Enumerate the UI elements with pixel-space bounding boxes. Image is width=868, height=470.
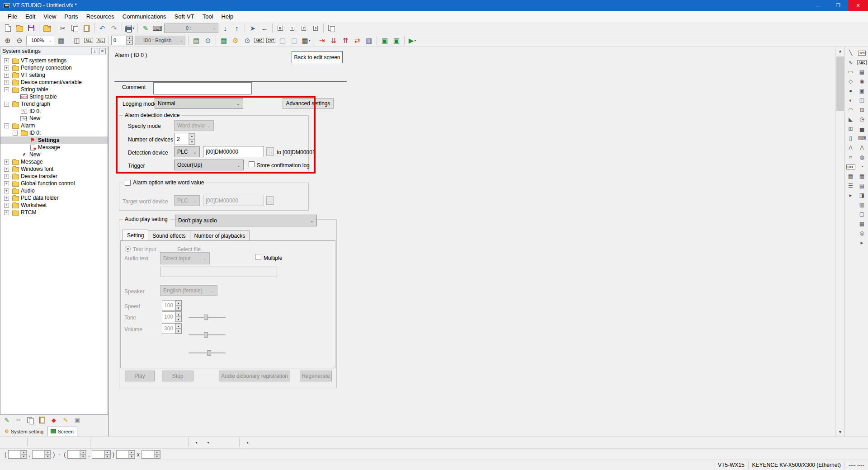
device-table-icon[interactable]: ▦▾ (301, 35, 311, 45)
ethernet-connect-icon[interactable]: ▣ (391, 35, 402, 45)
expand-icon[interactable]: + (4, 167, 9, 172)
clock-icon[interactable]: ◷ (857, 115, 867, 124)
pan-view-icon[interactable] (2, 437, 13, 447)
bring-to-front-icon[interactable]: ▾ (191, 437, 202, 447)
screen-number-combo[interactable]: 0 :⌄ (164, 24, 218, 33)
expand-icon[interactable]: − (4, 102, 9, 107)
tree-item-string-table[interactable]: STRString table (0, 93, 108, 100)
preview-search-icon[interactable]: ⊙ (242, 35, 253, 45)
snap-grid-icon[interactable]: ▾ (242, 437, 253, 447)
comment-input[interactable] (153, 82, 252, 94)
tree-item-windows-font[interactable]: +Windows font (0, 165, 108, 173)
minimize-button[interactable]: — (808, 0, 828, 11)
coordinate-spinner[interactable]: ▲▼ (32, 450, 51, 459)
coordinate-spinner[interactable]: ▲▼ (142, 450, 160, 459)
expand-icon[interactable]: + (4, 196, 9, 201)
maximize-button[interactable]: ❐ (828, 0, 848, 11)
image-library-icon[interactable]: ▤ (191, 35, 202, 45)
cascade-windows-icon[interactable] (326, 23, 337, 33)
circle-tool-icon[interactable]: ● (846, 86, 855, 95)
capture-item-icon[interactable]: ▣ (72, 415, 83, 425)
image-part-icon[interactable]: ▢ (857, 210, 867, 219)
keypad-icon[interactable]: ⊞ (857, 105, 867, 114)
tree-item-audio[interactable]: +Audio (0, 187, 108, 194)
device-assign-icon[interactable]: ▦ (218, 35, 229, 45)
pattern-tool-icon[interactable]: ▦ (846, 172, 855, 181)
detection-device-input[interactable] (203, 146, 264, 157)
trigger-select[interactable]: Occur(Up)⌄ (174, 160, 244, 170)
rotate-right-icon[interactable] (77, 437, 88, 447)
text-part-icon[interactable]: A (857, 143, 867, 152)
menu-communications[interactable]: Communications (118, 12, 170, 21)
tree-item-periphery-connection[interactable]: +Periphery connection (0, 64, 108, 71)
expand-icon[interactable]: + (4, 66, 9, 70)
language-combo[interactable]: ID0 : English⌄ (135, 36, 185, 45)
audio-play-mode-select[interactable]: Don't play audio⌄ (175, 215, 317, 226)
tree-item-trend-graph[interactable]: −Trend graph (0, 100, 108, 108)
window-part-icon[interactable]: ◨ (857, 191, 867, 200)
dropdown-arrow-icon[interactable]: ▾ (195, 441, 197, 445)
logging-mode-select[interactable]: Normal⌄ (155, 98, 243, 109)
dropdown-arrow-icon[interactable]: ▾ (414, 38, 416, 42)
dropdown-arrow-icon[interactable]: ▾ (309, 38, 311, 42)
polygon-tool-icon[interactable]: ◇ (846, 77, 855, 86)
menu-parts[interactable]: Parts (60, 12, 82, 21)
grid-icon[interactable]: ▦ (56, 35, 66, 45)
verify-data-icon[interactable]: ⇄ (352, 35, 363, 45)
expand-icon[interactable]: + (4, 73, 9, 78)
next-screen-icon[interactable]: ↓ (220, 23, 231, 33)
new-file-icon[interactable] (2, 23, 13, 33)
spin-arrows[interactable]: ▲▼ (126, 36, 132, 45)
coordinate-spinner[interactable]: ▲▼ (92, 450, 111, 459)
export-file-icon[interactable] (42, 23, 52, 33)
text-tool-icon[interactable]: A (846, 143, 855, 152)
same-height-icon[interactable] (175, 437, 186, 447)
tab-setting[interactable]: Setting (123, 230, 148, 241)
dropdown-arrow-icon[interactable]: ▾ (246, 441, 248, 445)
dropdown-arrow-icon[interactable]: ▾ (132, 26, 134, 30)
continuous-line-tool-icon[interactable]: ∿ (846, 58, 855, 67)
tree-item-message[interactable]: Message (0, 144, 108, 151)
curve-tool-icon[interactable]: ◠ (846, 105, 855, 114)
align-left-icon[interactable] (93, 437, 104, 447)
message-display-icon[interactable]: ▤ (857, 67, 867, 76)
tree-item-id-0-[interactable]: ∿ID 0: (0, 108, 108, 115)
tree-item-string-table[interactable]: −String table (0, 86, 108, 93)
menu-resources[interactable]: Resources (82, 12, 118, 21)
vertical-scrollbar[interactable]: ▲ ▼ (835, 47, 844, 436)
back-to-edit-screen-button[interactable]: Back to edit screen (292, 51, 343, 63)
zoom-level-combo[interactable]: 100%⌄ (26, 36, 54, 45)
menu-softvt[interactable]: Soft-VT (170, 12, 198, 21)
show-all-windows-icon[interactable]: ALL (95, 35, 106, 45)
coordinate-spinner[interactable]: ▲▼ (116, 450, 135, 459)
dropdown-arrow-icon[interactable]: ▾ (207, 441, 209, 445)
dxf-import-icon[interactable]: DXF (846, 162, 855, 171)
ungroup-icon[interactable] (226, 437, 237, 447)
paste-item-icon[interactable] (37, 415, 47, 425)
numeric-display-icon[interactable]: 123 (857, 48, 867, 57)
pie-graph-icon[interactable]: ◔ (857, 162, 867, 171)
align-bottom-icon[interactable] (151, 437, 162, 447)
detection-device-type-select[interactable]: PLC⌄ (174, 146, 200, 157)
device-browse-button[interactable]: ... (266, 147, 274, 156)
tree-item-new[interactable]: ◖+New (0, 151, 108, 158)
window-2-icon[interactable]: 2 (298, 23, 309, 33)
tree-item-worksheet[interactable]: +Worksheet (0, 202, 108, 209)
coordinate-spinner[interactable]: ▲▼ (67, 450, 86, 459)
rectangle-tool-icon[interactable]: ▭ (846, 67, 855, 76)
cut-icon[interactable]: ✂ (57, 23, 68, 33)
transfer-login-icon[interactable]: ⇥ (316, 35, 327, 45)
copy-icon[interactable] (69, 23, 80, 33)
settings-gear-icon[interactable]: ⚙ (230, 35, 241, 45)
menu-view[interactable]: View (39, 12, 60, 21)
previous-screen-icon[interactable]: ↑ (231, 23, 242, 33)
window-1-icon[interactable]: 1 (287, 23, 297, 33)
camera-part-icon[interactable]: ◎ (857, 229, 867, 238)
paste-icon[interactable] (81, 23, 92, 33)
lamp-icon[interactable]: ◉ (857, 77, 867, 86)
expand-icon[interactable]: + (4, 210, 9, 215)
flip-horizontal-icon[interactable] (42, 437, 52, 447)
bar-graph-icon[interactable]: ▅ (857, 124, 867, 133)
cut-item-icon[interactable]: ✂ (13, 415, 24, 425)
rotate-left-icon[interactable] (65, 437, 76, 447)
